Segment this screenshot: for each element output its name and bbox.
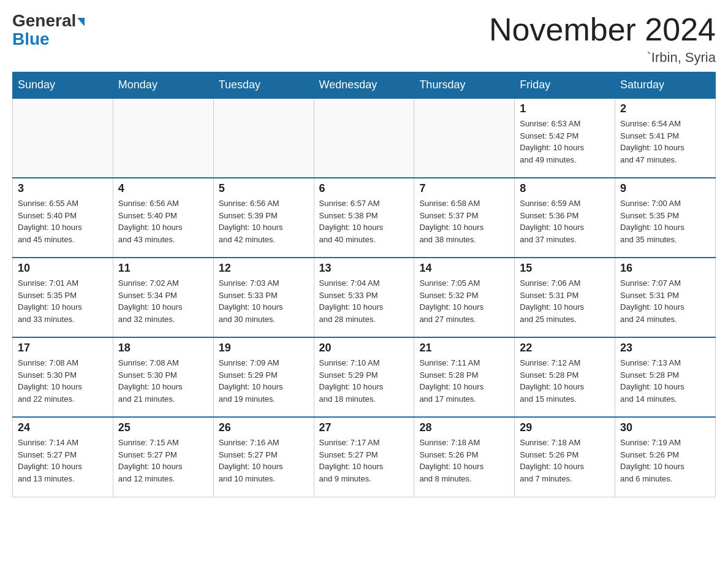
day-number: 16 (620, 262, 710, 275)
calendar-header-sunday: Sunday (13, 72, 113, 99)
day-number: 9 (620, 182, 710, 195)
day-info: Sunrise: 7:11 AM Sunset: 5:28 PM Dayligh… (419, 357, 509, 405)
day-info: Sunrise: 7:08 AM Sunset: 5:30 PM Dayligh… (118, 357, 208, 405)
calendar-cell: 13Sunrise: 7:04 AM Sunset: 5:33 PM Dayli… (314, 258, 414, 337)
day-info: Sunrise: 7:18 AM Sunset: 5:26 PM Dayligh… (419, 437, 509, 484)
day-number: 14 (419, 262, 509, 275)
calendar-cell: 11Sunrise: 7:02 AM Sunset: 5:34 PM Dayli… (113, 258, 213, 337)
calendar-cell: 9Sunrise: 7:00 AM Sunset: 5:35 PM Daylig… (615, 178, 716, 258)
day-info: Sunrise: 7:18 AM Sunset: 5:26 PM Dayligh… (520, 437, 610, 484)
page-header: General Blue November 2024 `Irbin, Syria (12, 12, 716, 66)
day-number: 28 (419, 421, 509, 434)
day-info: Sunrise: 6:58 AM Sunset: 5:37 PM Dayligh… (419, 197, 509, 245)
calendar-cell: 2Sunrise: 6:54 AM Sunset: 5:41 PM Daylig… (615, 98, 716, 178)
day-info: Sunrise: 6:55 AM Sunset: 5:40 PM Dayligh… (18, 197, 108, 245)
day-number: 22 (520, 342, 610, 354)
calendar-cell: 8Sunrise: 6:59 AM Sunset: 5:36 PM Daylig… (515, 178, 615, 258)
day-info: Sunrise: 6:57 AM Sunset: 5:38 PM Dayligh… (319, 197, 409, 245)
day-info: Sunrise: 7:00 AM Sunset: 5:35 PM Dayligh… (620, 197, 710, 245)
day-number: 4 (118, 182, 208, 195)
title-block: November 2024 `Irbin, Syria (489, 12, 716, 66)
calendar-cell: 21Sunrise: 7:11 AM Sunset: 5:28 PM Dayli… (414, 337, 515, 417)
day-number: 18 (118, 342, 208, 354)
calendar-cell (314, 98, 414, 178)
calendar-cell: 3Sunrise: 6:55 AM Sunset: 5:40 PM Daylig… (13, 178, 113, 258)
day-number: 8 (520, 182, 610, 195)
logo-top: General (12, 12, 85, 29)
day-info: Sunrise: 6:59 AM Sunset: 5:36 PM Dayligh… (520, 197, 610, 245)
day-info: Sunrise: 7:12 AM Sunset: 5:28 PM Dayligh… (520, 357, 610, 405)
day-info: Sunrise: 7:01 AM Sunset: 5:35 PM Dayligh… (18, 277, 108, 325)
calendar-cell: 20Sunrise: 7:10 AM Sunset: 5:29 PM Dayli… (314, 337, 414, 417)
calendar-cell (414, 98, 515, 178)
calendar-header-wednesday: Wednesday (314, 72, 414, 99)
calendar-cell: 19Sunrise: 7:09 AM Sunset: 5:29 PM Dayli… (213, 337, 314, 417)
day-number: 19 (219, 342, 309, 354)
day-number: 30 (620, 421, 710, 434)
day-number: 20 (319, 342, 409, 354)
calendar-cell: 14Sunrise: 7:05 AM Sunset: 5:32 PM Dayli… (414, 258, 515, 337)
day-number: 13 (319, 262, 409, 275)
day-number: 26 (219, 421, 309, 434)
calendar-cell: 12Sunrise: 7:03 AM Sunset: 5:33 PM Dayli… (213, 258, 314, 337)
day-info: Sunrise: 7:07 AM Sunset: 5:31 PM Dayligh… (620, 277, 710, 325)
calendar-cell (113, 98, 213, 178)
day-info: Sunrise: 7:13 AM Sunset: 5:28 PM Dayligh… (620, 357, 710, 405)
location: `Irbin, Syria (489, 50, 716, 66)
day-number: 15 (520, 262, 610, 275)
day-number: 24 (18, 421, 108, 434)
calendar-cell (13, 98, 113, 178)
logo-bottom: Blue (12, 31, 50, 48)
calendar-cell: 30Sunrise: 7:19 AM Sunset: 5:26 PM Dayli… (615, 417, 716, 497)
calendar-cell: 27Sunrise: 7:17 AM Sunset: 5:27 PM Dayli… (314, 417, 414, 497)
calendar-week-row-1: 1Sunrise: 6:53 AM Sunset: 5:42 PM Daylig… (13, 98, 716, 178)
day-info: Sunrise: 6:56 AM Sunset: 5:40 PM Dayligh… (118, 197, 208, 245)
calendar-cell: 10Sunrise: 7:01 AM Sunset: 5:35 PM Dayli… (13, 258, 113, 337)
day-info: Sunrise: 7:06 AM Sunset: 5:31 PM Dayligh… (520, 277, 610, 325)
day-number: 25 (118, 421, 208, 434)
calendar-cell: 22Sunrise: 7:12 AM Sunset: 5:28 PM Dayli… (515, 337, 615, 417)
calendar-cell: 18Sunrise: 7:08 AM Sunset: 5:30 PM Dayli… (113, 337, 213, 417)
day-info: Sunrise: 6:53 AM Sunset: 5:42 PM Dayligh… (520, 118, 610, 166)
calendar-cell: 25Sunrise: 7:15 AM Sunset: 5:27 PM Dayli… (113, 417, 213, 497)
calendar-cell: 24Sunrise: 7:14 AM Sunset: 5:27 PM Dayli… (13, 417, 113, 497)
calendar-header-row: SundayMondayTuesdayWednesdayThursdayFrid… (13, 72, 716, 99)
calendar-table: SundayMondayTuesdayWednesdayThursdayFrid… (12, 72, 716, 497)
day-info: Sunrise: 7:17 AM Sunset: 5:27 PM Dayligh… (319, 437, 409, 484)
day-info: Sunrise: 7:14 AM Sunset: 5:27 PM Dayligh… (18, 437, 108, 484)
day-number: 29 (520, 421, 610, 434)
day-info: Sunrise: 7:16 AM Sunset: 5:27 PM Dayligh… (219, 437, 309, 484)
calendar-week-row-3: 10Sunrise: 7:01 AM Sunset: 5:35 PM Dayli… (13, 258, 716, 337)
day-info: Sunrise: 6:56 AM Sunset: 5:39 PM Dayligh… (219, 197, 309, 245)
calendar-cell: 15Sunrise: 7:06 AM Sunset: 5:31 PM Dayli… (515, 258, 615, 337)
day-info: Sunrise: 7:03 AM Sunset: 5:33 PM Dayligh… (219, 277, 309, 325)
day-number: 10 (18, 262, 108, 275)
calendar-cell: 29Sunrise: 7:18 AM Sunset: 5:26 PM Dayli… (515, 417, 615, 497)
calendar-cell: 7Sunrise: 6:58 AM Sunset: 5:37 PM Daylig… (414, 178, 515, 258)
day-info: Sunrise: 7:10 AM Sunset: 5:29 PM Dayligh… (319, 357, 409, 405)
day-info: Sunrise: 7:15 AM Sunset: 5:27 PM Dayligh… (118, 437, 208, 484)
calendar-cell: 26Sunrise: 7:16 AM Sunset: 5:27 PM Dayli… (213, 417, 314, 497)
day-number: 12 (219, 262, 309, 275)
calendar-cell: 4Sunrise: 6:56 AM Sunset: 5:40 PM Daylig… (113, 178, 213, 258)
calendar-cell: 28Sunrise: 7:18 AM Sunset: 5:26 PM Dayli… (414, 417, 515, 497)
calendar-cell: 5Sunrise: 6:56 AM Sunset: 5:39 PM Daylig… (213, 178, 314, 258)
calendar-week-row-2: 3Sunrise: 6:55 AM Sunset: 5:40 PM Daylig… (13, 178, 716, 258)
calendar-week-row-4: 17Sunrise: 7:08 AM Sunset: 5:30 PM Dayli… (13, 337, 716, 417)
day-number: 23 (620, 342, 710, 354)
day-number: 5 (219, 182, 309, 195)
day-info: Sunrise: 7:02 AM Sunset: 5:34 PM Dayligh… (118, 277, 208, 325)
calendar-cell: 1Sunrise: 6:53 AM Sunset: 5:42 PM Daylig… (515, 98, 615, 178)
calendar-header-tuesday: Tuesday (213, 72, 314, 99)
day-number: 1 (520, 102, 610, 115)
day-number: 21 (419, 342, 509, 354)
day-info: Sunrise: 6:54 AM Sunset: 5:41 PM Dayligh… (620, 118, 710, 166)
day-info: Sunrise: 7:09 AM Sunset: 5:29 PM Dayligh… (219, 357, 309, 405)
day-info: Sunrise: 7:05 AM Sunset: 5:32 PM Dayligh… (419, 277, 509, 325)
calendar-header-thursday: Thursday (414, 72, 515, 99)
calendar-header-friday: Friday (515, 72, 615, 99)
calendar-header-monday: Monday (113, 72, 213, 99)
calendar-week-row-5: 24Sunrise: 7:14 AM Sunset: 5:27 PM Dayli… (13, 417, 716, 497)
day-number: 3 (18, 182, 108, 195)
calendar-cell: 16Sunrise: 7:07 AM Sunset: 5:31 PM Dayli… (615, 258, 716, 337)
